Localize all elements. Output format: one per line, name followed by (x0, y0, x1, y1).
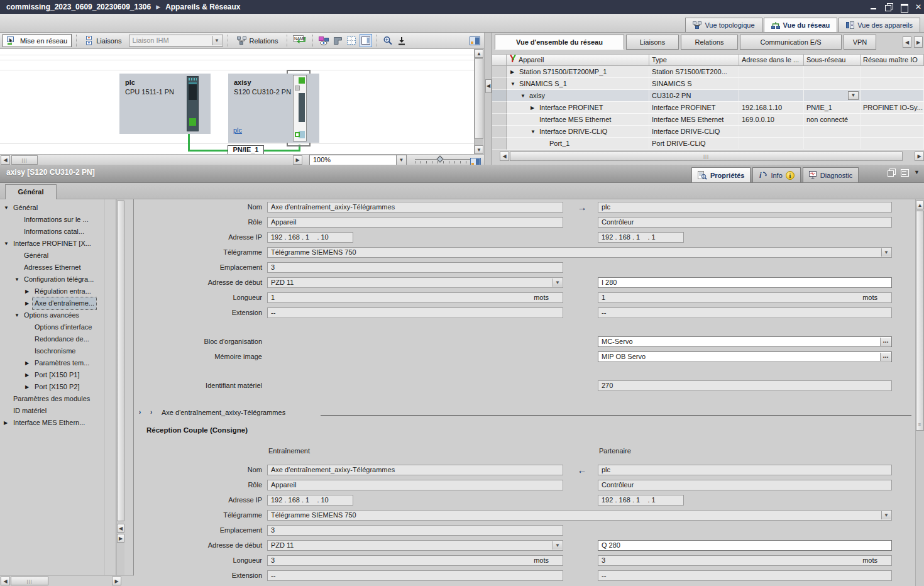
dropdown-arrow-icon[interactable]: ▼ (553, 279, 562, 287)
chevron-right-icon[interactable]: › › (139, 407, 156, 417)
chevron-down-icon[interactable]: ▼ (396, 155, 406, 165)
form-field[interactable]: 192 . 168 . 1 . 1 (598, 495, 684, 506)
expand-arrow-icon[interactable]: ▶ (25, 357, 29, 369)
float-editor-button[interactable] (468, 34, 481, 47)
connections-button[interactable]: Liaisons (81, 34, 126, 47)
scroll-right-icon[interactable]: ▶ (112, 577, 121, 585)
device-axisy[interactable]: axisy S120 CU310-2 PN plc (228, 74, 319, 143)
drive-module-image[interactable] (293, 75, 307, 141)
scroll-thumb[interactable] (117, 201, 124, 521)
form-field[interactable]: Axe d'entraînement_axixy-Télégrammes (267, 202, 563, 213)
collapse-arrow-icon[interactable]: ▼ (510, 78, 515, 90)
nav-item[interactable]: ▶Régulation entra... (0, 285, 124, 297)
tab-scroll-left-icon[interactable]: ◀ (903, 36, 911, 48)
page-break-grid-button[interactable] (346, 34, 357, 47)
scroll-thumb[interactable]: ||| (11, 155, 38, 165)
expand-arrow-icon[interactable]: ▶ (25, 285, 29, 297)
nav-item[interactable]: Informations catal... (0, 226, 124, 238)
nav-item[interactable]: Options d'interface (0, 321, 124, 333)
scroll-thumb[interactable] (475, 58, 483, 139)
dropdown-arrow-icon[interactable]: ▼ (553, 541, 562, 550)
nav-item[interactable]: ▼Général (0, 202, 124, 214)
nav-item[interactable]: ▼Interface PROFINET [X... (0, 238, 124, 250)
scroll-right-icon[interactable]: ▶ (915, 152, 924, 161)
expand-arrow-icon[interactable]: ▶ (25, 369, 29, 381)
form-field[interactable]: Appareil (267, 217, 563, 228)
expand-arrow-icon[interactable]: ▶ (510, 66, 514, 78)
chevron-down-icon[interactable]: ▼ (212, 36, 222, 45)
collapse-arrow-icon[interactable]: ▼ (520, 90, 525, 102)
nav-item[interactable]: Isochronisme (0, 345, 124, 357)
close-icon[interactable]: ✕ (915, 3, 923, 11)
relations-button[interactable]: Relations (233, 34, 283, 47)
collapse-arrow-icon[interactable]: ▼ (4, 238, 9, 250)
expand-arrow-icon[interactable]: ▶ (25, 297, 29, 309)
form-field[interactable]: -- (267, 307, 563, 318)
view-tab-network[interactable]: Vue du réseau (764, 18, 838, 32)
column-header-5[interactable]: Réseau maître IO (861, 54, 924, 66)
network-overview-row[interactable]: ▼Interface DRIVE-CLiQInterface DRIVE-CLi… (492, 126, 924, 138)
form-field[interactable]: Télégramme SIEMENS 750▼ (267, 510, 892, 521)
form-field[interactable]: plc (598, 465, 892, 475)
form-field[interactable]: PZD 11▼ (267, 277, 563, 288)
form-field[interactable]: Contrôleur (598, 480, 892, 490)
scroll-thumb[interactable]: ||| (11, 577, 48, 585)
subnet-label[interactable]: PN/IE_1 (228, 145, 264, 154)
view-tab-topology[interactable]: Vue topologique (685, 18, 762, 32)
network-mode-button[interactable]: Mise en réseau (3, 34, 72, 47)
nav-item[interactable]: Redondance de... (0, 333, 124, 345)
scroll-up-icon[interactable]: ▲ (475, 49, 483, 58)
form-field[interactable]: 1mots (267, 292, 563, 303)
overview-tab-vpn[interactable]: VPN (844, 35, 876, 50)
pane-view-button[interactable] (360, 34, 372, 47)
form-field[interactable]: MIP OB Servo... (598, 351, 892, 362)
expand-arrow-icon[interactable]: ▶ (25, 381, 29, 393)
scroll-up-icon[interactable]: ▲ (916, 201, 924, 209)
nav-item[interactable]: ▼Options avancées (0, 309, 124, 321)
form-field[interactable]: 1mots (598, 292, 892, 303)
dropdown-arrow-icon[interactable]: ▼ (881, 511, 891, 519)
browse-button[interactable]: ... (880, 353, 891, 361)
form-field[interactable]: 192 . 168 . 1 . 1 (598, 232, 684, 243)
breadcrumb-project[interactable]: commissing_2023_0609_20230609_1306 (6, 3, 151, 11)
overview-tab-relations[interactable]: Relations (681, 35, 738, 50)
restore-icon[interactable] (885, 3, 893, 11)
nav-item[interactable]: ▶Interface MES Ethern... (0, 417, 124, 429)
nav-vertical-scrollbar[interactable]: ◀ ▶ (116, 199, 124, 575)
nav-item[interactable]: Général (0, 250, 124, 262)
overview-tab-io-communication[interactable]: Communication E/S (740, 35, 842, 50)
breadcrumb-page[interactable]: Appareils & Réseaux (165, 3, 240, 11)
device-colors-button[interactable] (317, 34, 330, 47)
scroll-right-icon[interactable]: ▶ (293, 155, 302, 165)
nav-item[interactable]: ▶Axe d'entraîneme... (0, 297, 124, 309)
column-header-3[interactable]: Adresse dans le ... (739, 54, 804, 66)
form-field[interactable]: 3 (267, 525, 563, 536)
column-header-4[interactable]: Sous-réseau (804, 54, 861, 66)
form-field[interactable]: Appareil (267, 480, 563, 490)
form-field[interactable]: 3mots (598, 555, 892, 566)
collapse-left-icon[interactable]: ◀ (117, 524, 124, 533)
fit-to-view-button[interactable] (397, 34, 407, 47)
form-field[interactable]: 270 (598, 380, 892, 391)
nav-item[interactable]: ID matériel (0, 405, 124, 417)
expand-arrow-icon[interactable]: ▶ (531, 102, 534, 114)
column-header-2[interactable]: Type (649, 54, 739, 66)
scroll-left-icon[interactable]: ◀ (1, 577, 10, 585)
nav-item[interactable]: ▶Port [X150 P1] (0, 369, 124, 381)
network-overview-row[interactable]: ▶Station S71500/ET200MP_1Station S71500/… (492, 66, 924, 78)
overview-tab-overview[interactable]: Vue d'ensemble du réseau (495, 35, 624, 50)
scroll-thumb[interactable]: ≡ (916, 211, 924, 431)
nav-item[interactable]: ▶Port [X150 P2] (0, 381, 124, 393)
browse-button[interactable]: ... (880, 338, 891, 346)
network-overview-row[interactable]: ▼SINAMICS S_1SINAMICS S (492, 78, 924, 90)
network-overview-row[interactable]: Interface MES EthernetInterface MES Ethe… (492, 114, 924, 126)
network-overview-row[interactable]: ▼axisyCU310-2 PN▼ (492, 90, 924, 102)
canvas-vertical-scrollbar[interactable]: ▲ ▼ (474, 49, 483, 154)
dropdown-arrow-icon[interactable]: ▼ (881, 248, 891, 257)
show-address-labels-button[interactable]: NAME (292, 34, 308, 47)
zoom-level-dropdown[interactable]: 100% ▼ (309, 155, 407, 165)
zoom-slider[interactable] (415, 157, 473, 164)
panel-list-icon[interactable] (901, 169, 908, 176)
overview-horizontal-scrollbar[interactable]: ◀ ||| ▶ (492, 151, 924, 162)
form-field[interactable]: 3 (267, 262, 563, 273)
